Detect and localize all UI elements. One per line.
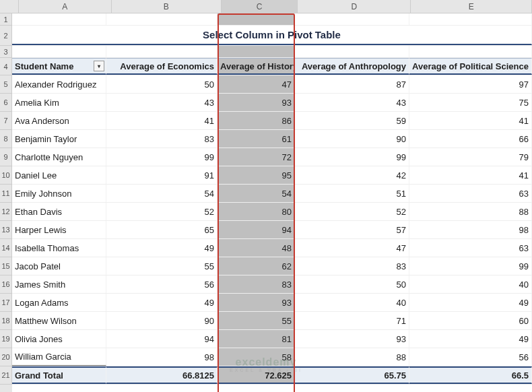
- history-cell[interactable]: 47: [218, 75, 295, 93]
- political-science-cell[interactable]: 79: [409, 148, 532, 166]
- row-header[interactable]: 16: [0, 275, 12, 294]
- row-header[interactable]: 3: [0, 46, 12, 58]
- row-header[interactable]: 10: [0, 166, 12, 185]
- anthropology-cell[interactable]: 59: [295, 112, 409, 129]
- header-political-science[interactable]: Average of Political Science: [409, 58, 532, 75]
- anthropology-cell[interactable]: 51: [295, 185, 409, 202]
- student-name-cell[interactable]: William Garcia: [12, 348, 106, 366]
- student-name-cell[interactable]: Ethan Davis: [12, 203, 106, 220]
- col-header-a[interactable]: A: [19, 0, 112, 13]
- economics-cell[interactable]: 54: [106, 185, 218, 202]
- economics-cell[interactable]: 49: [106, 239, 218, 257]
- history-cell[interactable]: 72: [218, 148, 295, 166]
- cell[interactable]: [218, 13, 295, 25]
- political-science-cell[interactable]: 63: [409, 185, 532, 202]
- student-name-cell[interactable]: Emily Johnson: [12, 185, 106, 202]
- history-cell[interactable]: 61: [218, 130, 295, 148]
- student-name-cell[interactable]: Benjamin Taylor: [12, 130, 106, 148]
- history-cell[interactable]: 62: [218, 257, 295, 275]
- header-economics[interactable]: Average of Economics: [106, 58, 218, 75]
- cell[interactable]: [409, 46, 532, 57]
- row-header[interactable]: 7: [0, 112, 12, 130]
- economics-cell[interactable]: 83: [106, 130, 218, 148]
- student-name-cell[interactable]: Jacob Patel: [12, 257, 106, 275]
- row-header[interactable]: 11: [0, 185, 12, 203]
- political-science-cell[interactable]: 98: [409, 221, 532, 238]
- row-header[interactable]: 6: [0, 94, 12, 112]
- economics-cell[interactable]: 94: [106, 330, 218, 348]
- student-name-cell[interactable]: Amelia Kim: [12, 94, 106, 111]
- row-header[interactable]: 13: [0, 221, 12, 239]
- row-header[interactable]: 4: [0, 58, 12, 75]
- col-header-c[interactable]: C: [222, 0, 298, 13]
- history-cell[interactable]: 83: [218, 275, 295, 293]
- row-header[interactable]: 2: [0, 26, 12, 46]
- economics-cell[interactable]: 65: [106, 221, 218, 238]
- economics-cell[interactable]: 43: [106, 94, 218, 111]
- student-name-cell[interactable]: James Smith: [12, 275, 106, 293]
- history-cell[interactable]: 54: [218, 185, 295, 202]
- student-name-cell[interactable]: Isabella Thomas: [12, 239, 106, 257]
- cell[interactable]: [295, 13, 409, 25]
- row-header[interactable]: 5: [0, 75, 12, 94]
- economics-cell[interactable]: 98: [106, 348, 218, 366]
- row-header[interactable]: 8: [0, 130, 12, 148]
- student-name-cell[interactable]: Logan Adams: [12, 294, 106, 311]
- filter-dropdown-icon[interactable]: ▾: [94, 61, 104, 71]
- history-cell[interactable]: 55: [218, 312, 295, 329]
- political-science-cell[interactable]: 41: [409, 166, 532, 184]
- anthropology-cell[interactable]: 87: [295, 75, 409, 93]
- total-label[interactable]: Grand Total: [12, 366, 106, 384]
- economics-cell[interactable]: 49: [106, 294, 218, 311]
- political-science-cell[interactable]: 88: [409, 203, 532, 220]
- political-science-cell[interactable]: 60: [409, 312, 532, 329]
- row-header[interactable]: 20: [0, 348, 12, 366]
- history-cell[interactable]: 48: [218, 239, 295, 257]
- political-science-cell[interactable]: 66: [409, 130, 532, 148]
- row-header[interactable]: 17: [0, 294, 12, 312]
- row-header[interactable]: 1: [0, 13, 12, 26]
- cell[interactable]: [295, 46, 409, 57]
- cell[interactable]: [218, 46, 295, 57]
- cell[interactable]: [12, 46, 106, 57]
- student-name-cell[interactable]: Charlotte Nguyen: [12, 148, 106, 166]
- header-anthropology[interactable]: Average of Anthropology: [295, 58, 409, 75]
- anthropology-cell[interactable]: 43: [295, 94, 409, 111]
- economics-cell[interactable]: 41: [106, 112, 218, 129]
- history-cell[interactable]: 94: [218, 221, 295, 238]
- history-cell[interactable]: 93: [218, 294, 295, 311]
- history-cell[interactable]: 95: [218, 166, 295, 184]
- row-header[interactable]: 14: [0, 239, 12, 257]
- cell[interactable]: [12, 13, 106, 25]
- political-science-cell[interactable]: 49: [409, 294, 532, 311]
- history-cell[interactable]: 58: [218, 348, 295, 366]
- political-science-cell[interactable]: 41: [409, 112, 532, 129]
- anthropology-cell[interactable]: 88: [295, 348, 409, 366]
- cell[interactable]: [106, 13, 218, 25]
- cell[interactable]: [106, 46, 218, 57]
- history-cell[interactable]: 80: [218, 203, 295, 220]
- anthropology-cell[interactable]: 42: [295, 166, 409, 184]
- anthropology-cell[interactable]: 99: [295, 148, 409, 166]
- history-cell[interactable]: 93: [218, 94, 295, 111]
- row-header[interactable]: 9: [0, 148, 12, 166]
- anthropology-cell[interactable]: 90: [295, 130, 409, 148]
- anthropology-cell[interactable]: 57: [295, 221, 409, 238]
- history-cell[interactable]: 86: [218, 112, 295, 129]
- economics-cell[interactable]: 52: [106, 203, 218, 220]
- header-history[interactable]: Average of History: [218, 58, 295, 75]
- economics-cell[interactable]: 91: [106, 166, 218, 184]
- anthropology-cell[interactable]: 50: [295, 275, 409, 293]
- history-cell[interactable]: 81: [218, 330, 295, 348]
- political-science-cell[interactable]: 49: [409, 330, 532, 348]
- col-header-d[interactable]: D: [298, 0, 411, 13]
- political-science-cell[interactable]: 75: [409, 94, 532, 111]
- col-header-b[interactable]: B: [112, 0, 222, 13]
- row-header[interactable]: 15: [0, 257, 12, 275]
- anthropology-cell[interactable]: 93: [295, 330, 409, 348]
- page-title[interactable]: Select Column in Pivot Table: [12, 26, 532, 45]
- student-name-cell[interactable]: Daniel Lee: [12, 166, 106, 184]
- row-header[interactable]: 19: [0, 330, 12, 348]
- anthropology-cell[interactable]: 83: [295, 257, 409, 275]
- student-name-cell[interactable]: Olivia Jones: [12, 330, 106, 348]
